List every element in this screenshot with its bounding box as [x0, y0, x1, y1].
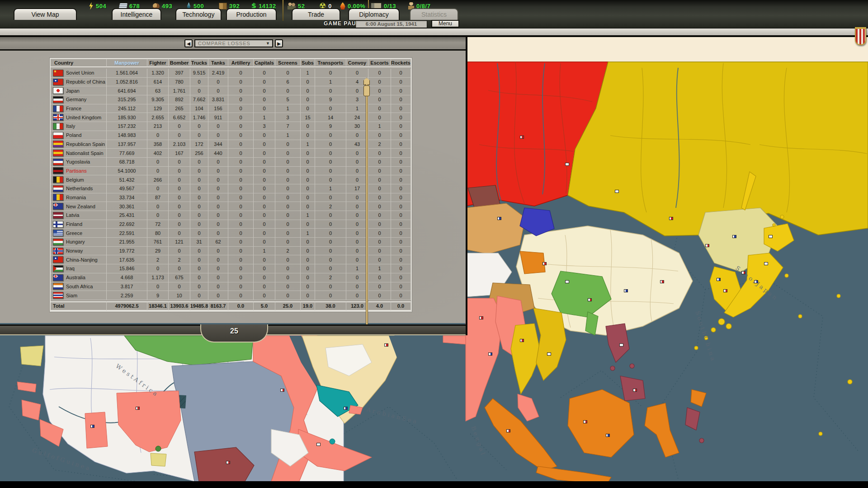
value-cell: 0: [208, 175, 228, 184]
previous-statistic-button[interactable]: ◀: [184, 39, 193, 47]
value-cell: 0: [315, 158, 346, 167]
value-cell: 0: [391, 167, 411, 176]
value-cell: 0: [368, 193, 391, 202]
column-header-fighter[interactable]: Fighter: [147, 59, 169, 67]
tab-view-map[interactable]: View Map: [14, 8, 77, 20]
table-scrollbar[interactable]: [363, 78, 370, 334]
statistic-dropdown[interactable]: COMPARE LOSSES ▼: [194, 39, 273, 47]
scrollbar-track[interactable]: [366, 84, 368, 327]
country-cell: Japan: [51, 86, 107, 95]
value-cell: 0: [190, 193, 208, 202]
value-cell: 185.930: [107, 113, 147, 122]
value-cell: 0: [147, 184, 169, 193]
table-row: Republic of China1.052.81661478000006014…: [51, 78, 411, 87]
value-cell: 2.259: [107, 291, 147, 300]
column-header-artillery[interactable]: Artillery: [228, 59, 254, 67]
value-cell: 0: [228, 78, 254, 87]
value-cell: 1.761: [169, 86, 190, 95]
value-cell: 0: [254, 264, 275, 273]
menu-button[interactable]: Menu: [431, 20, 459, 28]
value-cell: 0: [190, 255, 208, 264]
value-cell: 0: [275, 184, 301, 193]
tab-statistics[interactable]: Statistics: [410, 8, 458, 20]
value-cell: 2.419: [208, 69, 228, 78]
value-cell: 256: [190, 149, 208, 158]
value-cell: 0: [190, 175, 208, 184]
unit-marker-icon: [316, 443, 321, 446]
column-header-capitals[interactable]: Capitals: [254, 59, 275, 67]
value-cell: 0: [169, 247, 190, 256]
column-header-tanks[interactable]: Tanks: [208, 59, 228, 67]
value-cell: 0: [190, 184, 208, 193]
column-header-rockets[interactable]: Rockets: [391, 59, 411, 67]
value-cell: 10: [169, 291, 190, 300]
value-cell: 51.432: [107, 175, 147, 184]
tab-diplomacy[interactable]: Diplomacy: [348, 8, 400, 20]
tab-technology[interactable]: Technology: [175, 8, 222, 20]
flag-icon-soviet-union: [53, 70, 63, 76]
value-cell: 0: [190, 78, 208, 87]
statistics-panel: ◀ COMPARE LOSSES ▼ ▶ CountryManpowerFigh…: [0, 37, 467, 335]
column-header-country[interactable]: Country: [51, 59, 107, 67]
column-header-escorts[interactable]: Escorts: [368, 59, 391, 67]
tab-production[interactable]: Production: [226, 8, 277, 20]
value-cell: 0: [368, 202, 391, 211]
value-cell: 0: [228, 149, 254, 158]
column-header-manpower[interactable]: Manpower: [107, 59, 147, 67]
value-cell: 0: [228, 202, 254, 211]
unit-marker-icon: [384, 343, 388, 347]
value-cell: 0: [208, 291, 228, 300]
shield-toggle-icon[interactable]: [855, 27, 866, 45]
value-cell: 358: [147, 140, 169, 149]
flag-icon-greece: [53, 230, 63, 236]
value-cell: 0: [147, 131, 169, 140]
flag-icon-siam: [53, 292, 63, 299]
total-value-cell: 0.0: [228, 301, 254, 311]
column-header-trucks[interactable]: Trucks: [190, 59, 208, 67]
value-cell: 0: [208, 229, 228, 238]
total-value-cell: 38.0: [315, 301, 346, 311]
region-communist-china: [520, 251, 545, 274]
value-cell: 911: [208, 113, 228, 122]
unit-marker-icon: [769, 235, 773, 238]
value-cell: 25.431: [107, 211, 147, 220]
next-statistic-button[interactable]: ▶: [275, 39, 283, 47]
value-cell: 30.361: [107, 202, 147, 211]
value-cell: 0: [254, 202, 275, 211]
scrollbar-thumb[interactable]: [363, 85, 370, 96]
value-cell: 0: [301, 238, 315, 247]
value-cell: 129: [147, 104, 169, 113]
value-cell: 15: [301, 113, 315, 122]
value-cell: 892: [169, 95, 190, 104]
value-cell: 0: [147, 167, 169, 176]
flag-icon-germany: [53, 96, 63, 103]
total-value-cell: 19485.8: [190, 301, 208, 311]
value-cell: 0: [228, 247, 254, 256]
column-header-screens[interactable]: Screens: [275, 59, 301, 67]
column-header-convoy[interactable]: Convoy: [346, 59, 368, 67]
value-cell: 0: [368, 95, 391, 104]
table-row: Iraq15.846000000000110: [51, 264, 411, 273]
resource-energy: 504: [89, 1, 106, 10]
value-cell: 0: [190, 291, 208, 300]
table-row: Australia4.6681.1736750000002000: [51, 273, 411, 282]
value-cell: 0: [254, 238, 275, 247]
country-name: Japan: [66, 88, 80, 94]
value-cell: 0: [228, 69, 254, 78]
tab-trade[interactable]: Trade: [292, 8, 340, 20]
column-header-bomber[interactable]: Bomber: [169, 59, 190, 67]
unit-marker-icon: [506, 429, 510, 432]
value-cell: 22.591: [107, 229, 147, 238]
value-cell: 0: [190, 273, 208, 282]
value-cell: 0: [301, 158, 315, 167]
tab-intelligence[interactable]: Intelligence: [112, 8, 161, 20]
country-cell: Republican Spain: [51, 140, 107, 149]
region-djibouti: [330, 439, 335, 444]
value-cell: 0: [254, 229, 275, 238]
unit-marker-icon: [723, 289, 727, 292]
column-header-transports[interactable]: Transports: [315, 59, 346, 67]
value-cell: 641.694: [107, 86, 147, 95]
value-cell: 0: [368, 113, 391, 122]
column-header-subs[interactable]: Subs: [301, 59, 315, 67]
chevron-down-icon[interactable]: ▼: [265, 41, 271, 46]
